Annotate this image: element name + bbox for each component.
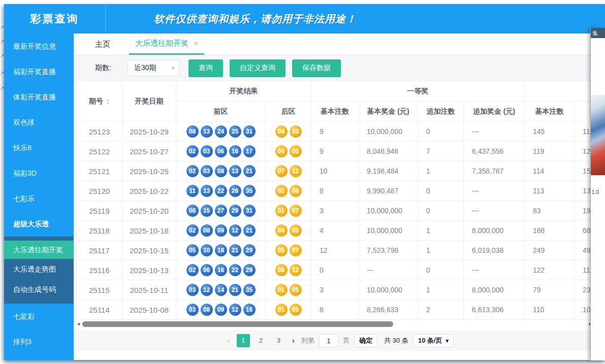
column-header-date: 开奖日期 xyxy=(122,81,176,122)
page-size-value: 10 条/页 xyxy=(418,336,442,345)
page-button-3[interactable]: 3 xyxy=(272,334,285,347)
goto-page-label: 到第 xyxy=(301,336,314,345)
back-ball: 12 xyxy=(290,165,302,177)
period-cell: 25116 xyxy=(77,260,122,280)
overlapping-window-edge[interactable]: 集 1.0 xyxy=(590,28,605,360)
date-cell: 2025-10-22 xyxy=(122,181,176,201)
basic-count2-cell: 110 xyxy=(525,300,575,320)
sidebar-item-自动生成号码[interactable]: 自动生成号码 xyxy=(4,279,74,300)
basic-prize-cell: 10,000,000 xyxy=(359,201,418,221)
confirm-button[interactable]: 确定 xyxy=(354,334,377,347)
basic-prize-cell: --- xyxy=(359,260,418,280)
front-ball: 13 xyxy=(229,165,241,177)
horizontal-scrollbar[interactable]: ◄ ► xyxy=(76,320,591,328)
group-header-second-prize xyxy=(525,81,591,102)
front-ball: 21 xyxy=(243,224,256,237)
search-button[interactable]: 查询 xyxy=(188,59,223,77)
page-button-2[interactable]: 2 xyxy=(254,334,268,347)
sidebar-item-七彩乐[interactable]: 七彩乐 xyxy=(4,186,74,211)
back-ball: 05 xyxy=(290,304,302,316)
front-ball: 27 xyxy=(215,205,227,217)
tab-bar: 主页 大乐透往期开奖 × xyxy=(74,34,605,55)
period-count-select[interactable]: 近30期 ▾ xyxy=(128,60,179,76)
tab-lotto-history-label: 大乐透往期开奖 xyxy=(135,39,188,48)
back-ball: 04 xyxy=(275,224,288,237)
tab-lotto-history[interactable]: 大乐透往期开奖 × xyxy=(129,34,204,55)
basic-count2-cell: 145 xyxy=(525,122,575,142)
front-ball: 21 xyxy=(229,284,241,296)
add-count-cell: 0 xyxy=(418,122,464,142)
front-ball: 03 xyxy=(186,284,199,296)
add-count-cell: 1 xyxy=(418,161,464,181)
front-ball: 08 xyxy=(186,125,199,138)
front-ball: 12 xyxy=(201,284,213,296)
sidebar-item-超级大乐透[interactable]: 超级大乐透 xyxy=(4,211,74,237)
date-cell: 2025-10-15 xyxy=(122,241,176,260)
front-ball: 09 xyxy=(215,304,227,316)
add-count-cell: 7 xyxy=(418,142,464,161)
app-window: 彩票查询 软件仅供查询和娱乐，请勿用于非法用途！ 最新开奖信息福彩开奖直播体彩开… xyxy=(4,4,605,360)
front-ball: 08 xyxy=(201,304,213,316)
front-ball: 03 xyxy=(201,145,213,157)
scrollbar-thumb[interactable] xyxy=(82,321,393,327)
results-table: 期号▲▼ 开奖日期 开奖结果 一等奖 前区 后区 基本注数 基本奖金 (元) xyxy=(76,81,591,320)
back-zone-cell: 0507 xyxy=(266,241,311,260)
sidebar-item-体彩开奖直播[interactable]: 体彩开奖直播 xyxy=(4,84,74,110)
sidebar-item-七星彩[interactable]: 七星彩 xyxy=(4,304,74,329)
prev-page-icon[interactable]: ‹ xyxy=(225,336,232,346)
back-ball: 05 xyxy=(275,244,288,256)
front-ball: 16 xyxy=(229,145,241,157)
truncated-cell: 113, xyxy=(575,260,591,280)
sidebar-item-排列3[interactable]: 排列3 xyxy=(4,329,74,354)
date-cell: 2025-10-13 xyxy=(122,260,176,280)
sidebar-item-大乐透往期开奖[interactable]: 大乐透往期开奖 xyxy=(4,241,74,259)
sidebar-item-最新开奖信息[interactable]: 最新开奖信息 xyxy=(4,34,74,59)
goto-page-input[interactable] xyxy=(319,334,338,347)
scroll-left-icon[interactable]: ◄ xyxy=(76,321,81,326)
sidebar-item-快乐8[interactable]: 快乐8 xyxy=(4,135,74,160)
back-zone-cell: 0812 xyxy=(266,260,311,280)
column-header-back-zone: 后区 xyxy=(266,102,311,122)
back-ball: 02 xyxy=(275,185,288,197)
basic-count-cell: 12 xyxy=(311,241,359,260)
table-row: 251212025-10-2502030813210712109,198,484… xyxy=(77,161,591,181)
front-ball: 03 xyxy=(201,165,213,177)
sidebar-item-双色球[interactable]: 双色球 xyxy=(4,110,74,135)
page-size-select[interactable]: 10 条/页 ▾ xyxy=(413,334,454,347)
next-page-icon[interactable]: › xyxy=(290,336,297,346)
add-prize-cell: 7,358,787 xyxy=(464,161,525,181)
back-ball: 01 xyxy=(275,205,288,217)
group-header-result: 开奖结果 xyxy=(176,81,311,102)
front-zone-cell: 0206162229 xyxy=(176,260,266,280)
basic-count2-cell: 113 xyxy=(525,181,575,201)
front-ball: 16 xyxy=(243,304,256,316)
group-header-first-prize: 一等奖 xyxy=(311,81,525,102)
add-prize-cell: --- xyxy=(464,201,525,221)
front-zone-cell: 1113222635 xyxy=(176,181,266,201)
tab-home[interactable]: 主页 xyxy=(89,34,116,55)
front-ball: 08 xyxy=(215,165,227,177)
page-button-1[interactable]: 1 xyxy=(237,334,250,347)
front-ball: 24 xyxy=(215,125,227,138)
back-ball: 05 xyxy=(290,145,302,157)
basic-count-cell: 3 xyxy=(311,201,359,221)
front-ball: 13 xyxy=(201,125,213,138)
back-ball: 07 xyxy=(290,205,302,217)
sidebar-item-福彩开奖直播[interactable]: 福彩开奖直播 xyxy=(4,59,74,84)
sidebar-item-大乐透走势图[interactable]: 大乐透走势图 xyxy=(4,259,74,279)
save-data-button[interactable]: 保存数据 xyxy=(292,59,341,77)
back-ball: 01 xyxy=(275,284,288,296)
disclaimer-banner: 软件仅供查询和娱乐，请勿用于非法用途！ xyxy=(106,4,605,34)
custom-search-button[interactable]: 自定义查询 xyxy=(230,59,285,77)
sort-icon[interactable]: ▲▼ xyxy=(106,98,110,105)
front-ball: 35 xyxy=(243,185,256,197)
front-zone-cell: 0813242531 xyxy=(176,122,266,142)
basic-count-cell: 4 xyxy=(311,221,359,241)
period-cell: 25119 xyxy=(77,201,122,221)
back-zone-cell: 0105 xyxy=(266,300,311,320)
sidebar-item-福彩3D[interactable]: 福彩3D xyxy=(4,160,74,186)
overlapping-window-text: 1.0 xyxy=(591,189,605,195)
table-row: 251192025-10-2008152729310107310,000,000… xyxy=(77,201,591,221)
close-icon[interactable]: × xyxy=(194,39,198,48)
column-header-period[interactable]: 期号▲▼ xyxy=(77,81,122,122)
